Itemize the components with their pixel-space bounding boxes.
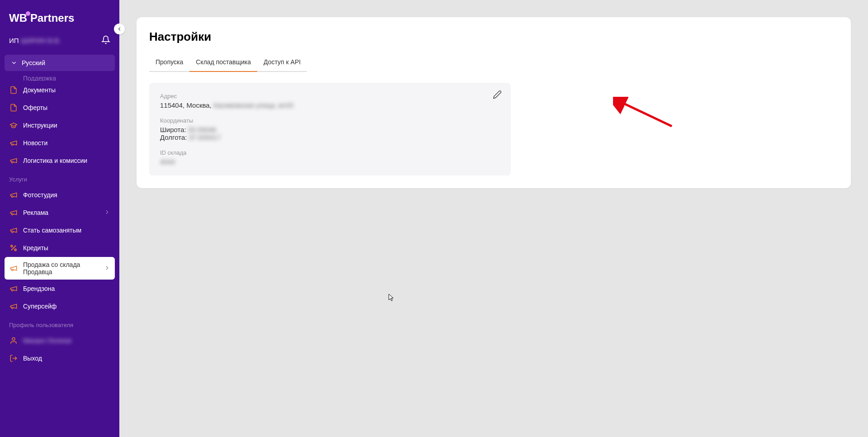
- chevron-right-icon: [104, 265, 110, 272]
- bell-icon[interactable]: [101, 35, 110, 46]
- megaphone-icon: [9, 190, 18, 200]
- megaphone-icon: [9, 264, 18, 273]
- section-header-services: Услуги: [5, 170, 115, 186]
- edit-button[interactable]: [493, 90, 502, 101]
- sidebar-item-label: Логистика и комиссии: [23, 157, 110, 164]
- sidebar-item-logout[interactable]: Выход: [5, 350, 115, 367]
- main-content: Настройки Пропуска Склад поставщика Дост…: [119, 0, 868, 437]
- user-row[interactable]: ИП ШИРИН В.В.: [0, 31, 119, 50]
- tab-api-access[interactable]: Доступ к API: [257, 53, 307, 72]
- sidebar-item-label: Суперсейф: [23, 303, 110, 310]
- sidebar-item-credits[interactable]: Кредиты: [5, 239, 115, 256]
- pencil-icon: [493, 90, 502, 99]
- coords-label: Координаты: [160, 117, 500, 124]
- sidebar-item-instructions[interactable]: Инструкции: [5, 117, 115, 134]
- sidebar-item-label: Документы: [23, 86, 110, 94]
- language-selector[interactable]: Русский: [5, 55, 115, 71]
- logo-partners: Partners: [30, 12, 74, 24]
- sidebar-item-documents[interactable]: Документы: [5, 81, 115, 99]
- sidebar-item-label: Реклама: [23, 209, 104, 216]
- megaphone-icon: [9, 284, 18, 293]
- megaphone-icon: [9, 76, 18, 81]
- sidebar-item-label: Стать самозанятым: [23, 227, 110, 234]
- logo-wb: WB: [9, 12, 27, 24]
- document-icon: [9, 103, 18, 112]
- sidebar-item-label: Выход: [23, 355, 110, 362]
- tabs: Пропуска Склад поставщика Доступ к API: [149, 53, 838, 72]
- sidebar-item-seller-warehouse[interactable]: Продажа со склада Продавца: [5, 257, 115, 280]
- sidebar-item-profile-name[interactable]: Михаил Логинов: [5, 332, 115, 349]
- tab-supplier-warehouse[interactable]: Склад поставщика: [189, 53, 257, 72]
- logout-icon: [9, 354, 18, 363]
- person-icon: [9, 336, 18, 345]
- user-name: ИП ШИРИН В.В.: [9, 37, 61, 44]
- sidebar-item-offers[interactable]: Оферты: [5, 99, 115, 116]
- sidebar-item-label: Кредиты: [23, 244, 110, 252]
- svg-line-0: [11, 246, 16, 251]
- sidebar-item-brandzone[interactable]: Брендзона: [5, 280, 115, 297]
- longitude-row: Долгота: 37.639317: [160, 133, 500, 141]
- sidebar-item-photostudio[interactable]: Фотостудия: [5, 186, 115, 204]
- document-icon: [9, 86, 18, 95]
- cursor-icon: [388, 294, 396, 302]
- warehouse-id-value: 4044: [160, 158, 500, 166]
- percent-icon: [9, 243, 18, 252]
- logo-dot: [26, 11, 30, 16]
- chevron-left-icon: [117, 26, 122, 32]
- nav-list: Поддержка Документы Оферты Инструкции Но: [0, 76, 119, 437]
- sidebar-item-label: Продажа со склада Продавца: [23, 261, 104, 276]
- latitude-row: Широта: 55.59046: [160, 126, 500, 133]
- sidebar-item-label: Михаил Логинов: [23, 337, 110, 344]
- megaphone-icon: [9, 208, 18, 217]
- chevron-down-icon: [11, 60, 17, 66]
- chevron-right-icon: [104, 209, 110, 217]
- address-value: 115404, Москва, Касимовская улица, вл20: [160, 101, 500, 109]
- megaphone-icon: [9, 302, 18, 311]
- svg-point-3: [12, 337, 15, 340]
- sidebar: WB Partners ИП ШИРИН В.В. Русский Поддер…: [0, 0, 119, 437]
- section-header-profile: Профиль пользователя: [5, 315, 115, 332]
- sidebar-item-cut[interactable]: Поддержка: [5, 76, 115, 81]
- sidebar-item-label: Оферты: [23, 104, 110, 111]
- language-label: Русский: [22, 59, 45, 66]
- svg-point-2: [14, 249, 16, 251]
- svg-point-1: [11, 245, 13, 247]
- graduation-icon: [9, 121, 18, 130]
- logo: WB Partners: [0, 0, 119, 31]
- address-label: Адрес: [160, 93, 500, 100]
- warehouse-id-label: ID склада: [160, 149, 500, 156]
- sidebar-item-supersafe[interactable]: Суперсейф: [5, 298, 115, 315]
- page-title: Настройки: [149, 30, 838, 44]
- tab-passes[interactable]: Пропуска: [149, 53, 189, 72]
- sidebar-item-self-employed[interactable]: Стать самозанятым: [5, 222, 115, 239]
- collapse-sidebar-button[interactable]: [114, 24, 125, 34]
- sidebar-item-label: Фотостудия: [23, 191, 110, 199]
- sidebar-item-label: Новости: [23, 139, 110, 147]
- settings-card: Настройки Пропуска Склад поставщика Дост…: [137, 17, 851, 188]
- megaphone-icon: [9, 156, 18, 165]
- sidebar-item-news[interactable]: Новости: [5, 134, 115, 152]
- sidebar-item-logistics[interactable]: Логистика и комиссии: [5, 152, 115, 169]
- sidebar-item-label: Инструкции: [23, 122, 110, 129]
- megaphone-icon: [9, 138, 18, 147]
- sidebar-item-label: Брендзона: [23, 285, 110, 292]
- megaphone-icon: [9, 226, 18, 235]
- warehouse-info-card: Адрес 115404, Москва, Касимовская улица,…: [149, 83, 511, 176]
- sidebar-item-advertising[interactable]: Реклама: [5, 204, 115, 221]
